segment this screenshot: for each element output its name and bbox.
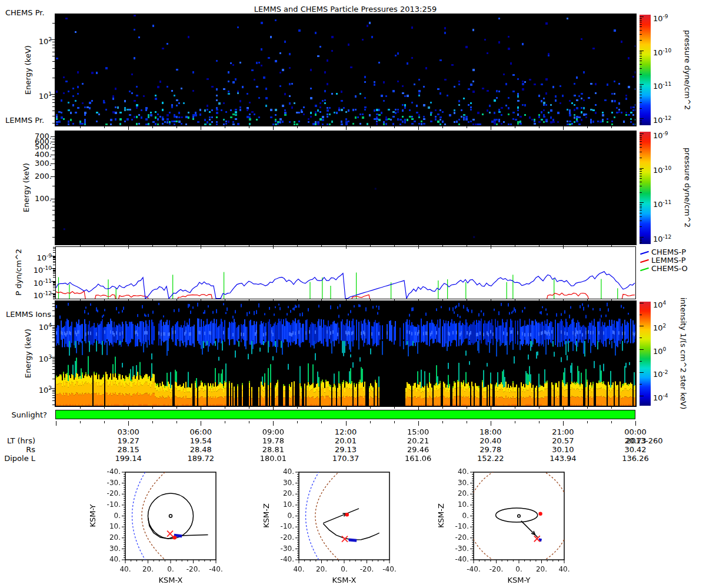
axis-tick [394,126,395,128]
axis-tick [225,245,225,247]
axis-tick [53,270,55,271]
row-label-rs: Rs [0,445,35,454]
axis-tick [563,407,564,410]
axis-tick [640,210,642,211]
axis-tick [53,285,55,285]
axis-tick [321,407,322,409]
axis-tick [273,126,274,130]
axis-tick [640,24,642,25]
axis-tick [640,84,644,85]
axis-tick [53,273,55,274]
axis-tick [640,220,642,221]
lemms-ions-canvas [56,302,635,406]
axis-tick [52,316,55,316]
axis-tick [611,421,612,423]
axis-tick [370,245,371,247]
axis-tick [53,252,55,253]
time-label: 21:00 [552,427,574,436]
tick-label: 10-10 [27,263,52,273]
axis-tick [640,182,642,182]
pressure-line-canvas [56,247,635,299]
row-value: 170.37 [332,454,359,463]
axis-tick [52,144,55,145]
orbit0-x-axis-label: KSM-X [159,576,183,584]
axis-tick [152,245,153,247]
axis-tick [640,122,642,122]
time-label: 18:00 [479,427,501,436]
axis-tick [249,299,249,300]
axis-tick [442,245,443,247]
axis-tick [176,245,177,247]
axis-tick [640,372,644,373]
axis-tick [418,245,419,249]
tick-label: 101 [27,89,52,99]
axis-tick [640,144,642,145]
axis-tick [128,299,129,302]
axis-tick [491,126,491,130]
axis-tick [418,126,419,130]
axis-tick [52,202,55,202]
axis-tick [640,141,642,142]
axis-tick [53,286,55,286]
figure: LEMMS and CHEMS Particle Pressures 2013:… [0,0,706,588]
axis-tick [467,407,467,409]
row-value: 30.42 [624,445,646,454]
axis-tick [53,296,55,296]
axis-tick [321,245,322,247]
orbit1-x-axis-label: KSM-X [332,576,357,584]
axis-tick [201,245,201,249]
orbit-plot-yz-canvas [424,466,571,578]
axis-tick [201,407,201,410]
axis-tick [640,213,642,213]
colorbar-unit-pressure-2: pressure dyne/cm^2 [683,148,692,228]
axis-tick [321,299,322,300]
axis-tick [201,299,201,302]
axis-tick [640,173,642,174]
axis-tick [640,16,644,17]
legend-label-chems-p: CHEMS-P [651,248,686,256]
energy-axis-label-1: Energy (keV) [24,45,32,95]
axis-tick [640,30,642,31]
axis-tick [152,299,153,300]
axis-tick [640,139,642,139]
axis-tick [640,92,642,92]
axis-tick [640,349,644,350]
axis-tick [53,272,55,273]
axis-tick [563,245,564,249]
axis-tick [104,126,105,128]
axis-tick [53,248,55,249]
axis-tick [128,245,129,249]
axis-tick [53,282,55,283]
axis-tick [52,405,55,405]
axis-tick [52,123,55,123]
axis-tick [346,421,347,426]
legend-label-chems-o: CHEMS-O [651,264,688,273]
axis-tick [640,108,642,109]
axis-tick [52,379,55,379]
axis-tick [370,421,371,423]
axis-tick [640,86,642,86]
axis-tick [418,407,419,410]
row-value: 20.73 [624,436,646,445]
axis-tick [297,126,298,128]
axis-tick [53,298,55,298]
axis-tick [640,22,642,22]
axis-tick [640,178,642,179]
lemms-ions-panel-label: LEMMS Ions [6,310,51,319]
axis-tick [52,42,55,42]
axis-tick [273,421,274,426]
axis-tick [640,88,642,88]
axis-tick [201,126,201,130]
axis-tick [563,299,564,302]
axis-tick [515,407,515,409]
axis-tick [640,68,642,69]
chems-spectrogram-canvas [56,15,635,125]
axis-tick [52,393,55,393]
tick-label: 102 [27,383,52,393]
axis-tick [346,407,347,410]
row-value: 29.46 [407,445,429,454]
axis-tick [515,421,515,423]
axis-tick [52,102,55,103]
axis-tick [640,89,642,90]
axis-tick [515,126,515,128]
